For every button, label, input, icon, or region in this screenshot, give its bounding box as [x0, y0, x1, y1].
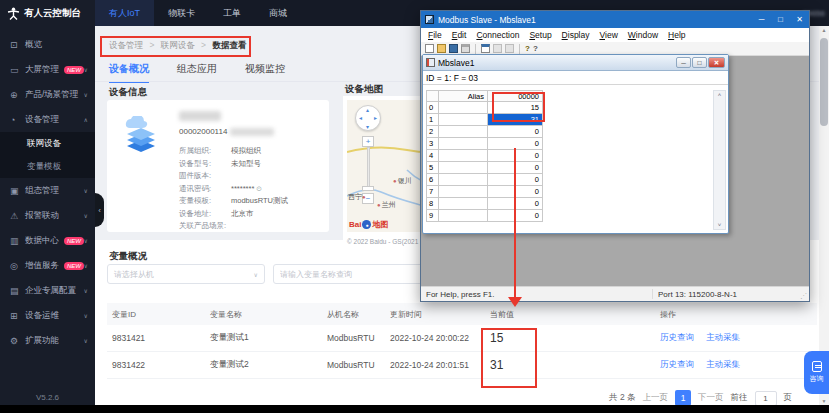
pan-right-icon[interactable]: ▸	[374, 114, 377, 121]
alias-cell[interactable]	[439, 186, 488, 198]
sidebar-item-extensions[interactable]: ⚙扩展功能∨	[0, 328, 95, 353]
value-cell[interactable]: 0	[488, 186, 543, 198]
value-cell[interactable]: 0	[488, 210, 543, 222]
usr-person-icon	[7, 7, 20, 20]
new-window-icon[interactable]	[481, 44, 490, 53]
app-logo[interactable]: 有人云控制台	[0, 0, 95, 26]
consult-button[interactable]: 咨询	[804, 351, 829, 394]
topnav-tab-usr-iot[interactable]: 有人IoT	[95, 0, 154, 26]
sidebar-collapse-handle[interactable]: ‹	[95, 193, 104, 227]
sidebar-item-data-center[interactable]: ▥数据中心NEW∨	[0, 228, 95, 253]
alias-cell[interactable]	[439, 150, 488, 162]
pan-up-icon[interactable]: ▴	[366, 106, 369, 113]
sidebar-item-bigscreen[interactable]: ▭大屏管理NEW∨	[0, 57, 95, 82]
menu-display[interactable]: Display	[557, 30, 595, 40]
slave-filter-select[interactable]: 请选择从机 ∨	[107, 264, 265, 284]
value-cell[interactable]: 15	[488, 102, 543, 114]
sidebar-item-alarm-linkage[interactable]: ⚠报警联动∨	[0, 203, 95, 228]
value-cell[interactable]: 0	[488, 162, 543, 174]
grid-scrollbar[interactable]: ˄ ˅	[713, 90, 726, 230]
map-zoom-in-button[interactable]: +	[362, 136, 374, 147]
history-query-link[interactable]: 历史查询	[660, 332, 694, 342]
menu-connection[interactable]: Connection	[471, 30, 524, 40]
menu-view[interactable]: View	[594, 30, 622, 40]
goto-page-input[interactable]	[755, 391, 777, 406]
value-cell-selected[interactable]: 31	[488, 114, 543, 126]
value-cell[interactable]: 0	[488, 174, 543, 186]
sidebar-item-networked-devices[interactable]: 联网设备	[0, 132, 95, 155]
tab-config-app[interactable]: 组态应用	[177, 62, 217, 83]
breadcrumb-networked-devices[interactable]: 联网设备	[161, 40, 195, 50]
sidebar-item-overview[interactable]: ⊡概览	[0, 32, 95, 57]
scroll-up-icon[interactable]: ˄	[714, 92, 725, 98]
scrollbar-thumb[interactable]	[820, 38, 828, 126]
scroll-down-icon[interactable]: ˅	[714, 222, 725, 228]
sidebar-item-variable-template[interactable]: 变量模板	[0, 155, 95, 178]
next-page-button[interactable]: 下一页	[698, 392, 724, 404]
topnav-tab-mall[interactable]: 商城	[255, 0, 301, 26]
maximize-icon[interactable]: □	[692, 57, 707, 68]
page-scrollbar[interactable]: ▲ ▼	[819, 26, 829, 405]
document-titlebar[interactable]: Mbslave1 ─ □ ✕	[423, 55, 728, 71]
modbus-titlebar[interactable]: Modbus Slave - Mbslave1 ─ □ ✕	[421, 11, 809, 28]
scroll-down-icon[interactable]: ▼	[819, 398, 829, 404]
map-zoom-handle[interactable]	[362, 186, 374, 191]
scroll-up-icon[interactable]: ▲	[819, 27, 829, 33]
sidebar-item-device-ops[interactable]: ⊞设备运维∨	[0, 303, 95, 328]
menu-edit[interactable]: Edit	[447, 30, 472, 40]
sidebar-item-value-added[interactable]: ◎增值服务NEW∨	[0, 253, 95, 278]
menu-window[interactable]: Window	[623, 30, 663, 40]
minimize-icon[interactable]: ─	[676, 57, 691, 68]
sidebar-item-device-mgmt[interactable]: ◔设备管理∧	[0, 107, 95, 132]
active-collect-link[interactable]: 主动采集	[706, 359, 740, 369]
alias-cell[interactable]	[439, 102, 488, 114]
pan-down-icon[interactable]: ▾	[366, 123, 369, 130]
save-icon[interactable]	[449, 44, 458, 53]
minimize-icon[interactable]: ─	[752, 15, 771, 24]
tab-video-monitor[interactable]: 视频监控	[245, 62, 285, 83]
value-cell[interactable]: 0	[488, 150, 543, 162]
menu-setup[interactable]: Setup	[524, 30, 556, 40]
menu-file[interactable]: File	[423, 30, 447, 40]
menu-help[interactable]: Help	[663, 30, 690, 40]
variable-search-input[interactable]	[273, 264, 436, 284]
page-1-button[interactable]: 1	[675, 390, 691, 406]
alias-cell[interactable]	[439, 174, 488, 186]
new-file-icon[interactable]	[425, 44, 434, 53]
topnav-tab-label: 工单	[223, 7, 241, 20]
alias-cell[interactable]	[439, 162, 488, 174]
field-value: modbusRTU测试	[231, 196, 288, 206]
topnav-tab-work-order[interactable]: 工单	[209, 0, 255, 26]
value-cell[interactable]: 0	[488, 138, 543, 150]
close-icon[interactable]: ✕	[790, 15, 809, 24]
tab-device-overview[interactable]: 设备概况	[109, 62, 149, 83]
breadcrumb-device-mgmt[interactable]: 设备管理	[109, 40, 143, 50]
history-query-link[interactable]: 历史查询	[660, 359, 694, 369]
alias-cell[interactable]	[439, 126, 488, 138]
active-collect-link[interactable]: 主动采集	[706, 332, 740, 342]
alias-cell[interactable]	[439, 198, 488, 210]
alias-cell[interactable]	[439, 210, 488, 222]
sidebar-item-enterprise-config[interactable]: ▤企业专属配置∨	[0, 278, 95, 303]
value-cell[interactable]: 0	[488, 198, 543, 210]
modbus-id-status: ID = 1: F = 03	[423, 71, 728, 85]
eye-icon[interactable]: ⊙	[256, 185, 262, 193]
about-icon[interactable]: ?	[525, 44, 530, 53]
close-icon[interactable]: ✕	[708, 57, 725, 68]
disabled-tool-icon	[505, 44, 514, 53]
pan-left-icon[interactable]: ◂	[359, 114, 362, 121]
sidebar-item-product-scene[interactable]: ⊕产品/场景管理∨	[0, 82, 95, 107]
map-pan-control[interactable]: ▴ ▾ ◂ ▸	[355, 105, 381, 131]
value-cell[interactable]: 0	[488, 126, 543, 138]
prev-page-button[interactable]: 上一页	[643, 392, 669, 404]
resize-grip-icon[interactable]: ⋰	[800, 292, 807, 300]
alias-cell[interactable]	[439, 114, 488, 126]
print-icon[interactable]	[461, 44, 470, 53]
context-help-icon[interactable]: ?	[533, 44, 538, 53]
maximize-icon[interactable]: □	[771, 15, 790, 24]
topnav-tab-iot-card[interactable]: 物联卡	[154, 0, 209, 26]
sidebar-item-config-mgmt[interactable]: ▣组态管理∨	[0, 178, 95, 203]
alias-cell[interactable]	[439, 138, 488, 150]
map-zoom-track[interactable]	[367, 147, 370, 189]
open-file-icon[interactable]	[437, 44, 446, 53]
